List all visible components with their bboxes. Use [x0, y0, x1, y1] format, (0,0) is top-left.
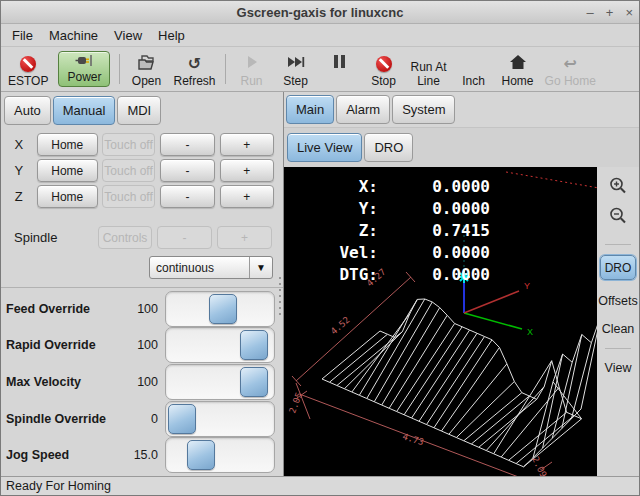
pane-splitter-handle[interactable]: [279, 277, 281, 315]
tab-system[interactable]: System: [392, 95, 455, 124]
tab-mdi[interactable]: MDI: [117, 96, 161, 125]
max-velocity-slider[interactable]: [165, 364, 275, 400]
step-icon: [287, 56, 305, 71]
strip-separator: [605, 244, 631, 245]
inch-button[interactable]: Inch: [452, 47, 496, 91]
axis-y-label: Y: [524, 281, 530, 291]
toolbar-separator: [225, 54, 226, 84]
tab-main[interactable]: Main: [286, 95, 334, 124]
dro-z-value: 0.7415: [378, 221, 490, 240]
estop-icon: [20, 56, 36, 72]
jog-mode-value: continuous: [150, 261, 249, 275]
tab-dro[interactable]: DRO: [364, 133, 413, 162]
rapid-override-slider[interactable]: [165, 327, 275, 363]
feed-override-slider[interactable]: [165, 291, 275, 327]
dim-label-right: 2.09: [530, 455, 548, 476]
zoom-in-button[interactable]: [608, 176, 628, 196]
estop-button[interactable]: ESTOP: [3, 47, 53, 91]
jog-speed-slider[interactable]: [165, 437, 275, 473]
jog-minus-y-button[interactable]: -: [160, 159, 214, 182]
spindle-plus-button[interactable]: +: [217, 226, 272, 249]
jog-plus-z-button[interactable]: +: [220, 185, 274, 208]
power-plug-icon: [75, 54, 93, 70]
tab-live-view[interactable]: Live View: [287, 133, 362, 162]
gremlin-preview[interactable]: 4.52 4.27 2.05 4.73 2.09 X: [284, 167, 597, 476]
spindle-override-slider[interactable]: [165, 401, 275, 437]
slider-row-max-velocity: Max Velocity 100: [1, 364, 283, 400]
touch-off-z-button[interactable]: Touch off: [102, 185, 155, 208]
home-x-button[interactable]: Home: [37, 133, 98, 156]
tab-alarm[interactable]: Alarm: [336, 95, 390, 124]
tab-auto[interactable]: Auto: [4, 96, 51, 125]
view-subtabs: Live View DRO: [284, 127, 639, 167]
maximize-button[interactable]: +: [606, 6, 614, 19]
slider-handle[interactable]: [209, 294, 237, 324]
clean-button[interactable]: Clean: [602, 322, 635, 336]
jog-minus-x-button[interactable]: -: [160, 133, 214, 156]
pause-button[interactable]: [318, 47, 362, 91]
status-message: Ready For Homing: [6, 479, 111, 493]
rapid-override-value: 100: [124, 338, 158, 352]
menu-view[interactable]: View: [106, 26, 150, 45]
menu-file[interactable]: File: [4, 26, 41, 45]
stop-icon: [376, 56, 392, 72]
slider-handle[interactable]: [240, 367, 268, 397]
run-button[interactable]: Run: [230, 47, 274, 91]
menu-machine[interactable]: Machine: [41, 26, 106, 45]
toolbar: ESTOP Power: [1, 46, 639, 92]
tab-manual[interactable]: Manual: [53, 96, 116, 125]
jog-plus-y-button[interactable]: +: [220, 159, 274, 182]
home-house-icon: [510, 55, 526, 72]
run-at-line-button[interactable]: Run At Line: [406, 47, 452, 91]
jog-mode-select[interactable]: continuous ▼: [149, 256, 273, 279]
touch-off-x-button[interactable]: Touch off: [102, 133, 155, 156]
power-button[interactable]: Power: [53, 47, 115, 91]
view-button[interactable]: View: [605, 361, 632, 375]
display-panel: Main Alarm System Live View DRO: [284, 92, 639, 476]
home-button[interactable]: Home: [496, 47, 540, 91]
main-area: Auto Manual MDI X Home Touch off - + Y H…: [1, 92, 639, 476]
dro-readout: X:0.0000 Y:0.0000 Z:0.7415 Vel:0.0000 DT…: [312, 177, 490, 287]
chevron-down-icon: ▼: [249, 257, 272, 278]
menu-help[interactable]: Help: [150, 26, 193, 45]
view-button-strip: DRO Offsets Clean View: [597, 167, 639, 476]
slider-handle[interactable]: [240, 330, 268, 360]
zoom-out-button[interactable]: [608, 206, 628, 226]
spindle-minus-button[interactable]: -: [157, 226, 212, 249]
dro-y-value: 0.0000: [378, 199, 490, 218]
close-button[interactable]: ×: [625, 6, 633, 19]
status-bar: Ready For Homing: [1, 476, 639, 495]
jog-plus-x-button[interactable]: +: [220, 133, 274, 156]
offsets-button[interactable]: Offsets: [598, 294, 637, 308]
jog-minus-z-button[interactable]: -: [160, 185, 214, 208]
axis-label-x: X: [1, 137, 37, 152]
touch-off-y-button[interactable]: Touch off: [102, 159, 155, 182]
spindle-controls-button[interactable]: Controls: [98, 226, 152, 249]
window-controls: – + ×: [587, 1, 633, 23]
stop-button[interactable]: Stop: [362, 47, 406, 91]
dro-vel-value: 0.0000: [378, 243, 490, 262]
strip-separator: [605, 348, 631, 349]
dro-dtg-value: 0.0000: [378, 265, 490, 284]
home-y-button[interactable]: Home: [37, 159, 98, 182]
dro-x-value: 0.0000: [378, 177, 490, 196]
slider-handle[interactable]: [168, 404, 196, 434]
step-button[interactable]: Step: [274, 47, 318, 91]
axis-row-x: X Home Touch off - +: [1, 133, 279, 156]
minimize-button[interactable]: –: [587, 6, 594, 19]
go-home-button[interactable]: ↩ Go Home: [540, 47, 601, 91]
dro-toggle-button[interactable]: DRO: [600, 255, 636, 280]
override-sliders: Feed Override 100 Rapid Override 100 Max…: [1, 287, 283, 476]
open-folder-icon: [137, 55, 155, 73]
slider-handle[interactable]: [187, 440, 215, 470]
jog-speed-value: 15.0: [124, 448, 158, 462]
spindle-override-value: 0: [124, 412, 158, 426]
home-z-button[interactable]: Home: [37, 185, 98, 208]
open-button[interactable]: Open: [124, 47, 168, 91]
control-panel: Auto Manual MDI X Home Touch off - + Y H…: [1, 92, 284, 476]
feed-override-value: 100: [124, 302, 158, 316]
title-bar[interactable]: Gscreen-gaxis for linuxcnc – + ×: [1, 1, 639, 24]
refresh-icon: ↺: [188, 56, 201, 72]
refresh-button[interactable]: ↺ Refresh: [168, 47, 220, 91]
window-title: Gscreen-gaxis for linuxcnc: [237, 5, 404, 20]
